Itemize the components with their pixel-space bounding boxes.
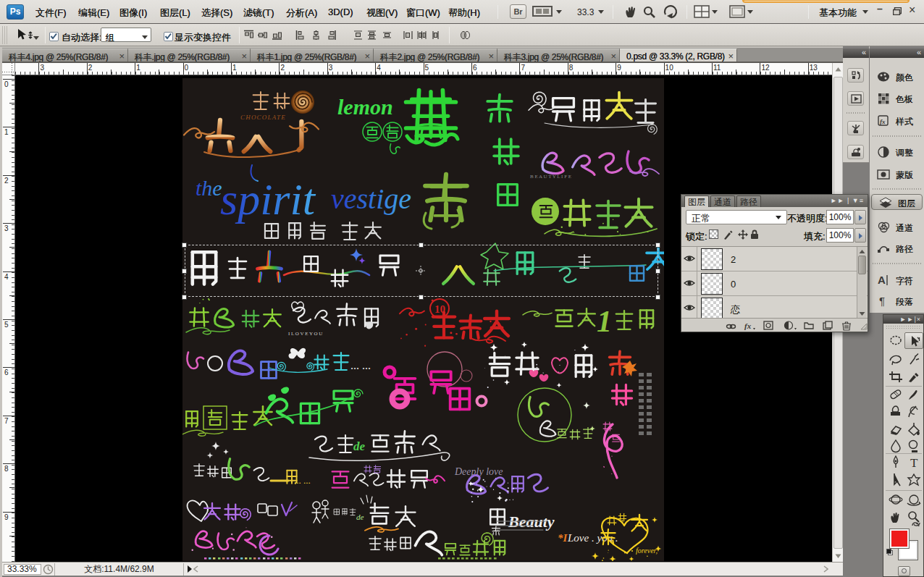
svg-text:spirit: spirit (220, 174, 316, 224)
svg-text:forever,: forever, (636, 547, 658, 555)
svg-text:I L O V E Y O U: I L O V E Y O U (288, 331, 322, 337)
svg-text:... ...: ... ... (294, 475, 311, 486)
svg-text:... ...: ... ... (350, 359, 371, 371)
svg-text:¶: ¶ (879, 295, 885, 307)
svg-text:A: A (878, 274, 886, 286)
svg-text:1: 1 (597, 305, 612, 338)
svg-text:de: de (353, 439, 366, 453)
svg-text:B E A U T Y L I F E: B E A U T Y L I F E (530, 174, 571, 180)
svg-text:*I: *I (558, 532, 568, 544)
svg-text:de: de (356, 513, 364, 521)
svg-text:T: T (910, 456, 918, 470)
svg-text:vestige: vestige (331, 182, 411, 215)
svg-text:fx: fx (744, 321, 752, 330)
svg-text:fx: fx (880, 118, 886, 125)
svg-text:the: the (196, 176, 222, 200)
svg-text:lemon: lemon (337, 95, 393, 119)
